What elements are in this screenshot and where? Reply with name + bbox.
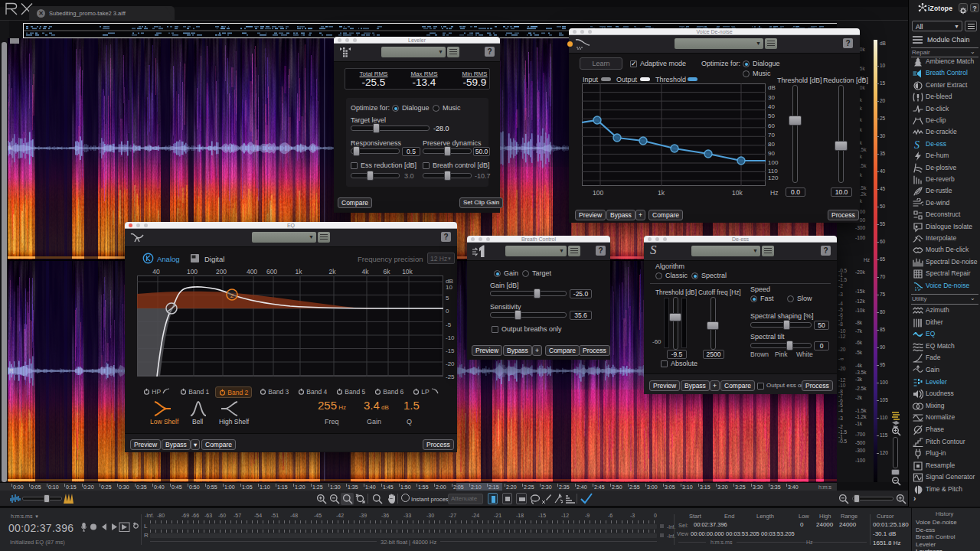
svg-text:2: 2: [230, 292, 234, 299]
svg-text:S: S: [914, 139, 920, 150]
